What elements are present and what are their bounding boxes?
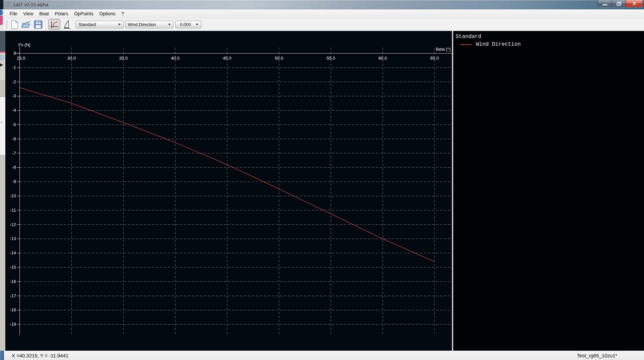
open-folder-icon bbox=[21, 21, 31, 29]
svg-text:-7: -7 bbox=[12, 151, 16, 156]
menu-polars[interactable]: Polars bbox=[52, 10, 71, 18]
svg-text:-9: -9 bbox=[12, 179, 16, 184]
polar-graph-canvas[interactable]: 25.030.035.040.045.050.055.060.065.00-1-… bbox=[5, 31, 452, 351]
background-panel-fragment bbox=[0, 97, 5, 155]
svg-text:-16: -16 bbox=[10, 279, 16, 284]
svg-text:45.0: 45.0 bbox=[223, 56, 231, 61]
menu-oppoints[interactable]: OpPoints bbox=[71, 10, 96, 18]
svg-text:-19: -19 bbox=[10, 322, 16, 327]
app-logo-icon: 7 bbox=[5, 1, 12, 8]
svg-text:Fx (N): Fx (N) bbox=[18, 42, 30, 47]
menu-options[interactable]: Options bbox=[96, 10, 118, 18]
polar-view-button[interactable] bbox=[48, 19, 60, 30]
status-bar: X =40.3215, Y = -11.9441 Test_rg65_10zu1… bbox=[4, 351, 644, 360]
close-button[interactable]: ✕ bbox=[626, 0, 643, 7]
close-icon: ✕ bbox=[632, 1, 637, 7]
menu-file[interactable]: File bbox=[7, 10, 20, 18]
screen: ≡ 7 sail7 v0.03 alpha ✕ File View Boat P… bbox=[0, 0, 644, 360]
svg-text:-4: -4 bbox=[12, 108, 16, 113]
svg-text:-13: -13 bbox=[10, 236, 16, 241]
chevron-down-icon bbox=[118, 24, 121, 25]
background-window-strip bbox=[0, 80, 5, 97]
save-button[interactable] bbox=[33, 20, 43, 30]
svg-text:-6: -6 bbox=[12, 136, 16, 141]
value-combo[interactable]: 0.000 bbox=[175, 21, 201, 28]
curve-variable-value: Wind Direction bbox=[128, 22, 156, 27]
open-project-button[interactable] bbox=[21, 20, 31, 30]
chevron-down-icon bbox=[196, 24, 198, 25]
toolbar-drag-handle[interactable] bbox=[6, 20, 8, 29]
svg-text:-11: -11 bbox=[10, 208, 16, 213]
restore-button[interactable] bbox=[612, 0, 626, 7]
grip-icon: ≡ bbox=[1, 122, 4, 126]
svg-text:-18: -18 bbox=[10, 307, 16, 312]
project-name: Test_rg65_10zu1* bbox=[577, 353, 617, 358]
sail-view-icon bbox=[63, 20, 71, 29]
restore-icon bbox=[617, 2, 621, 6]
toolbar: Standard Wind Direction 0.000 bbox=[3, 18, 644, 31]
svg-text:-12: -12 bbox=[10, 222, 16, 227]
window-title: sail7 v0.03 alpha bbox=[13, 2, 48, 7]
polar-select-combo[interactable]: Standard bbox=[76, 21, 123, 28]
svg-text:-14: -14 bbox=[10, 250, 16, 255]
title-bar[interactable]: 7 sail7 v0.03 alpha ✕ bbox=[3, 0, 644, 9]
legend-curve-swatch bbox=[461, 44, 472, 45]
svg-text:-10: -10 bbox=[10, 193, 16, 198]
legend-curve-row: Wind Direction bbox=[456, 41, 644, 48]
toolbar-separator bbox=[46, 20, 46, 29]
menu-boat[interactable]: Boat bbox=[36, 10, 52, 18]
legend-curve-name: Wind Direction bbox=[476, 41, 521, 48]
background-icon-fragment bbox=[0, 16, 3, 25]
graph-legend: Standard Wind Direction bbox=[453, 31, 644, 48]
cursor-coordinates: X =40.3215, Y = -11.9441 bbox=[12, 353, 68, 358]
polar-graph-icon bbox=[50, 20, 59, 29]
svg-text:-8: -8 bbox=[12, 165, 16, 170]
svg-text:25.0: 25.0 bbox=[17, 56, 25, 61]
save-icon bbox=[34, 20, 42, 29]
menu-view[interactable]: View bbox=[20, 10, 36, 18]
svg-text:55.0: 55.0 bbox=[327, 56, 335, 61]
window-controls: ✕ bbox=[598, 0, 643, 7]
svg-text:30.0: 30.0 bbox=[67, 56, 76, 61]
svg-text:65.0: 65.0 bbox=[430, 56, 439, 61]
new-project-button[interactable] bbox=[10, 20, 20, 30]
new-file-icon bbox=[11, 20, 18, 29]
minimize-icon bbox=[603, 4, 607, 5]
svg-text:-15: -15 bbox=[10, 265, 16, 270]
menu-help[interactable]: ? bbox=[118, 10, 127, 18]
fx-vs-beta-plot: 25.030.035.040.045.050.055.060.065.00-1-… bbox=[5, 31, 452, 351]
background-window-strip bbox=[0, 31, 5, 52]
background-window-sliver: ≡ bbox=[0, 0, 5, 360]
sail-view-button[interactable] bbox=[62, 20, 72, 30]
svg-text:-3: -3 bbox=[12, 93, 16, 98]
background-icon-fragment bbox=[0, 10, 3, 15]
curve-variable-combo[interactable]: Wind Direction bbox=[125, 21, 173, 28]
svg-text:-5: -5 bbox=[12, 122, 16, 127]
chevron-down-icon bbox=[168, 24, 171, 25]
legend-panel: Standard Wind Direction bbox=[453, 31, 644, 351]
svg-text:-1: -1 bbox=[12, 65, 16, 70]
svg-text:60.0: 60.0 bbox=[379, 56, 387, 61]
svg-text:35.0: 35.0 bbox=[119, 56, 127, 61]
value-combo-value: 0.000 bbox=[180, 22, 191, 27]
svg-text:40.0: 40.0 bbox=[171, 56, 179, 61]
svg-text:-2: -2 bbox=[12, 79, 16, 84]
background-icon-fragment bbox=[0, 55, 4, 60]
minimize-button[interactable] bbox=[598, 0, 612, 7]
svg-text:-17: -17 bbox=[10, 293, 16, 298]
polar-select-value: Standard bbox=[78, 22, 96, 27]
svg-text:50.0: 50.0 bbox=[275, 56, 283, 61]
menu-bar: File View Boat Polars OpPoints Options ? bbox=[3, 9, 644, 18]
legend-polar-name: Standard bbox=[456, 34, 644, 40]
svg-text:Beta (°): Beta (°) bbox=[436, 47, 451, 52]
